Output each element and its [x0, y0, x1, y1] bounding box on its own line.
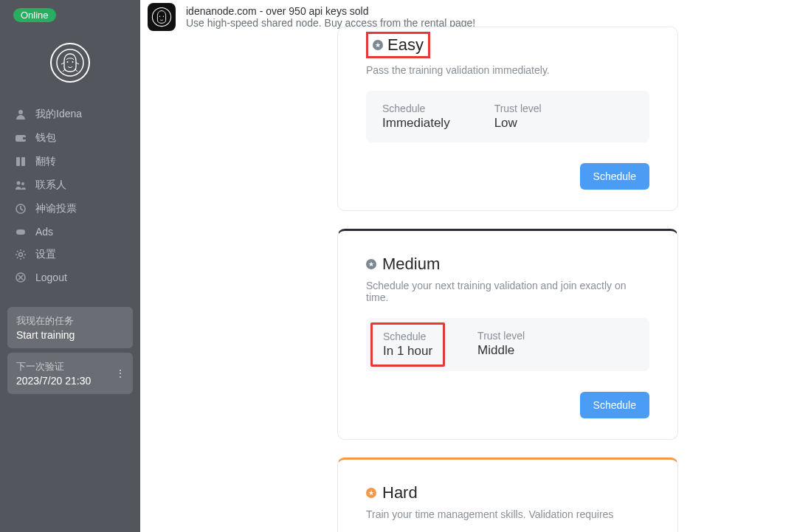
svg-point-2: [72, 61, 74, 63]
nav-label: 钱包: [35, 131, 56, 145]
next-validation-card[interactable]: 下一次验证 2023/7/20 21:30 ⋮: [7, 353, 133, 394]
nav-label: 设置: [35, 248, 56, 261]
task-card[interactable]: 我现在的任务 Start training: [7, 307, 133, 348]
easy-trust-value: Low: [494, 116, 542, 131]
medium-desc: Schedule your next training validation a…: [366, 280, 649, 303]
nav-label: 联系人: [35, 179, 66, 192]
nav: 我的Idena 钱包 翻转 联系人 神谕投票 Ads 设置 Logout: [7, 103, 133, 288]
sidebar-item-flips[interactable]: 翻转: [7, 151, 133, 173]
svg-rect-7: [21, 157, 25, 166]
nav-label: Logout: [35, 272, 67, 283]
medium-trust-label: Trust level: [477, 330, 525, 342]
more-menu-icon[interactable]: ⋮: [115, 367, 125, 379]
nextval-value: 2023/7/20 21:30: [16, 375, 124, 387]
svg-point-3: [18, 110, 23, 114]
svg-rect-11: [16, 229, 25, 235]
easy-sched-label: Schedule: [382, 103, 450, 114]
svg-rect-6: [16, 157, 20, 166]
flips-icon: [15, 156, 27, 167]
oracle-icon: [15, 203, 27, 215]
sidebar-item-myidena[interactable]: 我的Idena: [7, 103, 133, 125]
highlight-easy-title: ★ Easy: [366, 32, 430, 58]
nav-label: 我的Idena: [35, 108, 82, 121]
svg-point-1: [67, 61, 69, 63]
easy-stats: Schedule Immediately Trust level Low: [366, 91, 649, 142]
logo: [7, 43, 133, 83]
card-medium: ★ Medium Schedule your next training val…: [337, 229, 678, 440]
easy-desc: Pass the training validation immediately…: [366, 64, 649, 76]
svg-point-9: [21, 182, 24, 185]
wallet-icon: [15, 132, 27, 144]
star-icon: ★: [366, 488, 376, 498]
medium-stats: Schedule In 1 hour Trust level Middle: [366, 318, 649, 371]
hard-title: Hard: [382, 483, 418, 502]
gear-icon: [15, 249, 27, 260]
medium-sched-label: Schedule: [383, 331, 432, 342]
sidebar-item-settings[interactable]: 设置: [7, 243, 133, 266]
easy-schedule-button[interactable]: Schedule: [580, 163, 649, 190]
task-label: 我现在的任务: [16, 314, 124, 328]
task-value: Start training: [16, 329, 124, 341]
nav-label: 神谕投票: [35, 202, 77, 215]
nav-label: Ads: [35, 226, 53, 238]
medium-title: Medium: [382, 255, 440, 274]
easy-sched-value: Immediately: [382, 116, 450, 131]
contacts-icon: [15, 179, 27, 191]
sidebar: Online 我的Idena 钱包 翻转 联系人: [0, 0, 140, 532]
sidebar-item-oracle[interactable]: 神谕投票: [7, 198, 133, 220]
user-icon: [15, 108, 27, 120]
ads-icon: [15, 226, 27, 238]
svg-point-16: [163, 16, 164, 17]
sidebar-item-ads[interactable]: Ads: [7, 221, 133, 242]
nextval-label: 下一次验证: [16, 360, 124, 373]
sidebar-item-contacts[interactable]: 联系人: [7, 174, 133, 196]
medium-trust-value: Middle: [477, 343, 525, 358]
svg-point-8: [17, 182, 21, 185]
idena-logo-icon: [55, 48, 85, 77]
svg-point-12: [19, 253, 23, 257]
sidebar-item-logout[interactable]: Logout: [7, 267, 133, 288]
main-content: idenanode.com - over 950 api keys sold U…: [140, 0, 797, 532]
status-badge: Online: [13, 8, 56, 22]
banner-logo-icon: [148, 3, 176, 31]
medium-schedule-button[interactable]: Schedule: [580, 392, 649, 418]
logout-icon: [15, 272, 27, 283]
nav-label: 翻转: [35, 155, 56, 168]
hard-desc: Train your time management skills. Valid…: [366, 508, 649, 520]
star-icon: ★: [366, 259, 376, 269]
banner-title: idenanode.com - over 950 api keys sold: [186, 5, 475, 17]
svg-rect-5: [23, 137, 26, 139]
sidebar-item-wallet[interactable]: 钱包: [7, 127, 133, 149]
highlight-medium-schedule: Schedule In 1 hour: [370, 322, 445, 367]
easy-trust-label: Trust level: [494, 103, 542, 114]
star-icon: ★: [373, 40, 383, 50]
card-hard: ★ Hard Train your time management skills…: [337, 457, 678, 532]
medium-sched-value: In 1 hour: [383, 344, 432, 359]
svg-point-15: [159, 16, 160, 17]
easy-title: Easy: [387, 35, 424, 55]
card-easy: ★ Easy Pass the training validation imme…: [337, 27, 678, 211]
